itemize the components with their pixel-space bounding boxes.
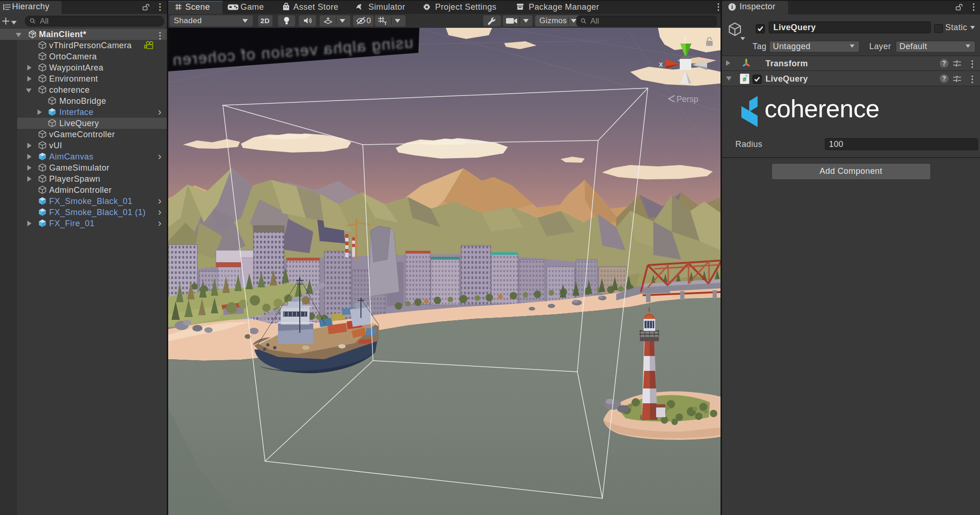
svg-text:Persp: Persp	[677, 95, 698, 104]
svg-text:y: y	[683, 34, 687, 43]
svg-text:#: #	[743, 76, 746, 83]
svg-text:x: x	[659, 60, 663, 69]
